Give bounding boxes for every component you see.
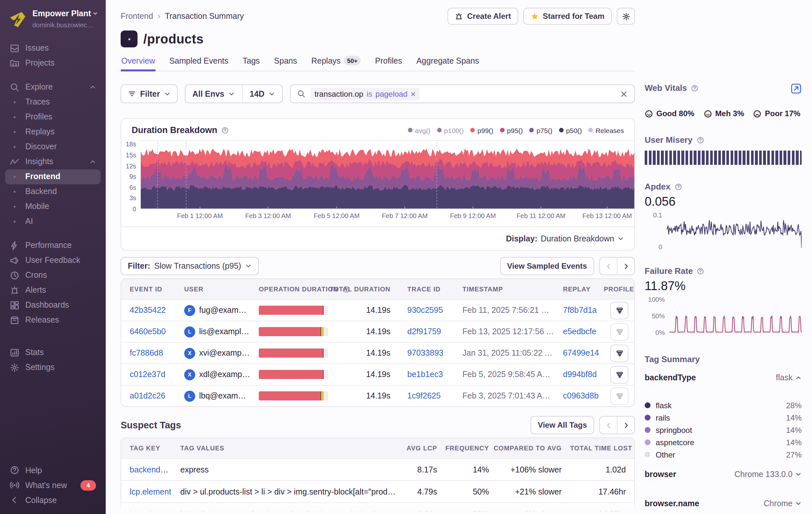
sidebar-subitem[interactable]: Discover [5,139,100,155]
column-header-avg-lcp[interactable]: AVG LCP [399,444,445,452]
sidebar-subitem[interactable]: AI [5,214,100,229]
column-header-total-duration[interactable]: TOTAL DURATION [332,286,399,293]
sidebar-item[interactable]: Crons [5,268,100,283]
column-header-tag-key[interactable]: TAG KEY [121,444,172,452]
sidebar-subitem[interactable]: Profiles [5,110,100,125]
column-header-profile[interactable]: PROFILE [604,286,635,293]
display-selector[interactable]: Duration Breakdown [541,234,614,243]
sidebar-item[interactable]: Alerts [5,283,100,298]
column-header-trace-id[interactable]: TRACE ID [399,286,454,293]
next-page-button[interactable] [617,258,634,274]
legend-item[interactable]: p100() [437,126,464,134]
tag-key-link[interactable]: backendType [130,465,172,474]
replay-link[interactable]: c0963d8b [563,391,599,400]
tag-legend-row[interactable]: rails 14% [645,411,802,424]
event-id-link[interactable]: c012e37d [130,370,165,379]
tag-key-link[interactable]: lcp.element [130,487,171,496]
tab[interactable]: Sampled Events [169,56,229,71]
sidebar-footer-item[interactable]: Help [5,463,100,478]
tag-segment[interactable] [667,385,671,393]
column-header-total-time-lost[interactable]: TOTAL TIME LOST ↓ [570,444,635,452]
tab[interactable]: Tags [242,56,260,71]
trace-id-link[interactable]: be1b1ec3 [407,370,443,379]
tab[interactable]: Overview [121,56,156,71]
open-in-new-icon[interactable] [791,83,802,94]
replay-link[interactable]: 67499e14 [563,349,599,358]
search-input[interactable]: transaction.op is pageload [290,84,635,103]
tag-segment[interactable] [667,482,671,490]
sidebar-item-insights[interactable]: Insights [5,155,100,169]
tag-legend-row[interactable]: springboot 14% [645,424,802,436]
profile-button[interactable] [610,344,629,362]
tab[interactable]: Spans [273,56,298,71]
tag-segment[interactable] [661,511,664,514]
tag-segment[interactable] [661,385,664,393]
remove-token-icon[interactable] [411,91,416,97]
profile-button[interactable] [610,301,629,319]
help-icon[interactable] [691,84,699,92]
trace-id-link[interactable]: 1c9f2625 [407,391,441,400]
legend-item[interactable]: p75() [529,126,552,134]
tag-legend-row[interactable]: Other 27% [645,449,802,461]
tag-value-selector[interactable]: flask [776,373,802,382]
event-id-link[interactable]: 42b35422 [130,306,166,315]
event-id-link[interactable]: a01d2c26 [130,391,165,400]
trace-id-link[interactable]: 97033893 [407,349,443,358]
view-all-tags-button[interactable]: View All Tags [530,416,594,434]
create-alert-button[interactable]: Create Alert [448,8,518,25]
date-range-selector[interactable]: 14D [242,85,282,103]
environment-selector[interactable]: All Envs [185,85,242,103]
replay-link[interactable]: e5edbcfe [563,327,596,336]
trace-id-link[interactable]: d2f91759 [407,327,441,336]
profile-button[interactable] [610,366,629,383]
sidebar-subitem[interactable]: Traces [5,95,100,110]
sidebar-item[interactable]: Stats [5,345,100,360]
org-switcher[interactable]: Empower Plant dominik.buszowiec… [5,6,100,32]
tag-segment[interactable] [661,482,664,490]
tab[interactable]: Replays 50+ [311,56,361,71]
sidebar-footer-item[interactable]: Collapse [5,493,100,508]
breadcrumb-project[interactable]: Frontend [121,12,153,21]
sidebar-item-explore[interactable]: Explore [5,80,100,95]
column-header-frequency[interactable]: FREQUENCY [445,444,497,452]
sidebar-item[interactable]: Dashboards [5,298,100,313]
sidebar-item[interactable]: Settings [5,360,100,375]
column-header-tag-values[interactable]: TAG VALUES [172,444,399,452]
column-header-operation-duration[interactable]: OPERATION DURATION [250,285,332,293]
help-icon[interactable] [696,136,704,144]
tag-segment[interactable]: 28% [645,482,661,490]
tag-segment[interactable] [671,385,674,393]
sidebar-item[interactable]: Performance [5,238,100,253]
sidebar-item[interactable]: Projects [5,56,100,71]
sidebar-item[interactable]: Releases [5,313,100,328]
column-header-timestamp[interactable]: TIMESTAMP [454,286,554,293]
column-header-user[interactable]: USER [176,286,250,293]
replay-link[interactable]: 7f8b7d1a [563,306,597,315]
sidebar-subitem[interactable]: Backend [5,184,100,199]
legend-item[interactable]: Releases [588,126,624,134]
starred-for-team-button[interactable]: Starred for Team [523,8,612,25]
column-header-replay[interactable]: REPLAY [554,286,604,293]
previous-page-button[interactable] [600,258,617,274]
help-icon[interactable] [674,183,682,190]
tab[interactable]: Aggregate Spans [416,56,480,71]
event-id-link[interactable]: 6460e5b0 [130,327,166,336]
trace-id-link[interactable]: 930c2595 [407,306,443,315]
legend-item[interactable]: p95() [500,126,523,134]
sidebar-item[interactable]: Issues [5,41,100,56]
tag-legend-row[interactable]: aspnetcore 14% [645,436,802,449]
column-header-compared[interactable]: COMPARED TO AVG [497,444,570,452]
apdex-chart[interactable] [667,213,802,249]
help-icon[interactable] [697,267,705,275]
transaction-filter-button[interactable]: Filter: Slow Transactions (p95) [121,257,259,275]
tab[interactable]: Profiles [375,56,403,71]
sidebar-subitem[interactable]: Replays [5,125,100,139]
sidebar-item[interactable]: User Feedback [5,253,100,268]
tag-value-selector[interactable]: Chrome 133.0.0 [734,470,802,479]
previous-page-button[interactable] [600,417,617,434]
help-icon[interactable] [221,126,229,134]
event-id-link[interactable]: fc7886d8 [130,349,163,358]
legend-item[interactable]: p99() [470,126,493,134]
legend-item[interactable]: avg() [408,126,431,134]
sidebar-subitem[interactable]: Frontend [5,169,100,184]
